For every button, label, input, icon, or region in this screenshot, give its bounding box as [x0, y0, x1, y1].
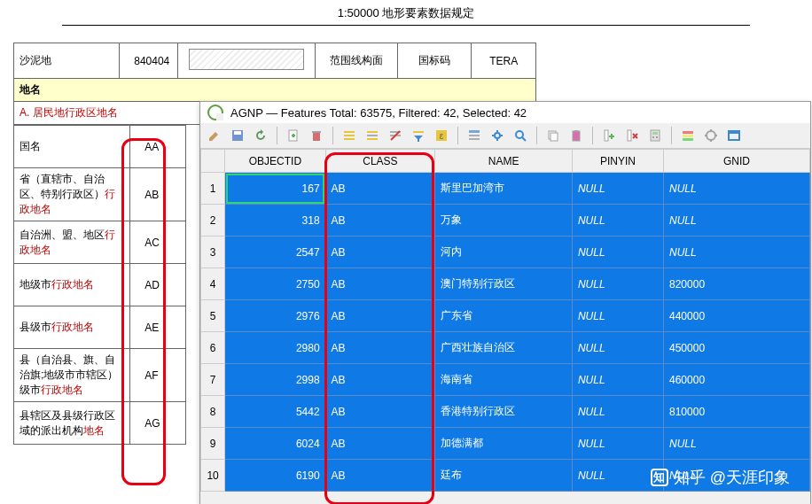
row-number[interactable]: 8 — [201, 396, 225, 428]
cell[interactable]: 加德满都 — [435, 428, 573, 460]
col-header[interactable]: CLASS — [325, 150, 435, 173]
cell[interactable]: NULL — [572, 236, 663, 268]
cell[interactable]: 2976 — [225, 300, 325, 332]
desc-cell: 县辖区及县级行政区域的派出机构地名 — [14, 402, 130, 445]
col-header[interactable]: PINYIN — [572, 150, 663, 173]
corner-cell[interactable] — [201, 150, 225, 173]
dock-icon[interactable] — [725, 127, 743, 144]
row-number[interactable]: 9 — [201, 428, 225, 460]
cell[interactable]: NULL — [572, 396, 663, 428]
cell[interactable]: 810000 — [664, 396, 810, 428]
cell[interactable]: NULL — [572, 364, 663, 396]
table-row[interactable]: 42750AB澳门特别行政区NULL820000 — [201, 268, 810, 300]
table-row[interactable]: 96024AB加德满都NULLNULL — [201, 428, 810, 460]
cell[interactable]: AB — [325, 236, 435, 268]
cell[interactable]: 澳门特别行政区 — [435, 268, 573, 300]
row-number[interactable]: 1 — [201, 173, 225, 205]
select-by-expr-icon[interactable]: ε — [433, 127, 450, 144]
cell[interactable]: 6024 — [225, 428, 325, 460]
cell[interactable]: 广东省 — [435, 300, 573, 332]
cell[interactable]: 2750 — [225, 268, 325, 300]
cell[interactable]: 440000 — [664, 300, 810, 332]
col-header[interactable]: OBJECTID — [225, 150, 325, 173]
cell[interactable]: AB — [325, 364, 435, 396]
cell[interactable]: AB — [325, 205, 435, 236]
cell[interactable]: AB — [325, 332, 435, 364]
cell[interactable]: NULL — [664, 173, 810, 205]
cell[interactable]: 450000 — [664, 332, 810, 364]
cell[interactable]: NULL — [664, 428, 810, 460]
cell[interactable]: 河内 — [435, 236, 573, 268]
cell[interactable]: AB — [325, 268, 435, 300]
cell[interactable]: NULL — [572, 173, 663, 205]
cell[interactable]: NULL — [664, 460, 810, 492]
table-scroll[interactable]: OBJECTID CLASS NAME PINYIN GNID 1167AB斯里… — [200, 149, 810, 492]
cell[interactable]: AB — [325, 173, 435, 205]
row-number[interactable]: 10 — [201, 460, 225, 492]
cell[interactable]: 2998 — [225, 364, 325, 396]
table-row[interactable]: 52976AB广东省NULL440000 — [201, 300, 810, 332]
cell[interactable]: 2980 — [225, 332, 325, 364]
cell[interactable]: NULL — [664, 205, 810, 236]
zoom-to-icon[interactable] — [511, 127, 529, 144]
cell[interactable]: 460000 — [664, 364, 810, 396]
cell[interactable]: AB — [325, 428, 435, 460]
window-titlebar[interactable]: AGNP — Features Total: 63575, Filtered: … — [200, 102, 810, 123]
cell[interactable]: AB — [325, 396, 435, 428]
cell[interactable]: 820000 — [664, 268, 810, 300]
cell[interactable]: NULL — [572, 460, 663, 492]
cell[interactable]: 斯里巴加湾市 — [435, 173, 573, 205]
cell[interactable]: 167 — [225, 173, 325, 205]
delete-feature-icon[interactable] — [308, 127, 325, 144]
table-row[interactable]: 106190AB廷布NULLNULL — [201, 460, 810, 492]
refresh-icon[interactable] — [252, 127, 269, 144]
delete-field-icon[interactable] — [623, 127, 641, 144]
select-rows-icon[interactable] — [340, 127, 358, 144]
table-row[interactable]: 1167AB斯里巴加湾市NULLNULL — [201, 173, 810, 205]
copy-icon[interactable] — [544, 127, 562, 144]
cell[interactable]: 万象 — [435, 205, 573, 236]
pan-to-icon[interactable] — [488, 127, 506, 144]
move-top-icon[interactable] — [465, 127, 483, 144]
conditional-format-icon[interactable] — [679, 127, 697, 144]
save-icon[interactable] — [229, 127, 246, 144]
row-number[interactable]: 7 — [201, 364, 225, 396]
cell[interactable]: 5442 — [225, 396, 325, 428]
cell[interactable]: 2547 — [225, 236, 325, 268]
cell[interactable]: 318 — [225, 205, 325, 236]
col-header[interactable]: GNID — [664, 150, 810, 173]
table-row[interactable]: 2318AB万象NULLNULL — [201, 205, 810, 236]
cell[interactable]: 广西壮族自治区 — [435, 332, 573, 364]
table-row[interactable]: 72998AB海南省NULL460000 — [201, 364, 810, 396]
new-field-icon[interactable] — [600, 127, 618, 144]
row-number[interactable]: 4 — [201, 268, 225, 300]
paste-icon[interactable] — [567, 127, 585, 144]
cell[interactable]: 6190 — [225, 460, 325, 492]
cell[interactable]: NULL — [664, 236, 810, 268]
row-number[interactable]: 6 — [201, 332, 225, 364]
col-header[interactable]: NAME — [435, 150, 573, 173]
table-row[interactable]: 32547AB河内NULLNULL — [201, 236, 810, 268]
cell[interactable]: NULL — [572, 428, 663, 460]
deselect-icon[interactable] — [386, 127, 404, 144]
filter-select-icon[interactable] — [410, 127, 427, 144]
row-number[interactable]: 3 — [201, 236, 225, 268]
cell[interactable]: 香港特别行政区 — [435, 396, 573, 428]
actions-icon[interactable] — [702, 127, 720, 144]
cell[interactable]: NULL — [572, 300, 663, 332]
cell[interactable]: 廷布 — [435, 460, 573, 492]
cell[interactable]: NULL — [572, 332, 663, 364]
table-row[interactable]: 85442AB香港特别行政区NULL810000 — [201, 396, 810, 428]
cell[interactable]: AB — [325, 300, 435, 332]
table-row[interactable]: 62980AB广西壮族自治区NULL450000 — [201, 332, 810, 364]
field-calc-icon[interactable] — [646, 127, 664, 144]
row-number[interactable]: 5 — [201, 300, 225, 332]
cell[interactable]: AB — [325, 460, 435, 492]
edit-pencil-icon[interactable] — [206, 127, 223, 144]
row-number[interactable]: 2 — [201, 205, 225, 236]
add-feature-icon[interactable] — [285, 127, 302, 144]
cell[interactable]: NULL — [572, 268, 663, 300]
invert-select-icon[interactable] — [363, 127, 381, 144]
cell[interactable]: NULL — [572, 205, 663, 236]
cell[interactable]: 海南省 — [435, 364, 573, 396]
